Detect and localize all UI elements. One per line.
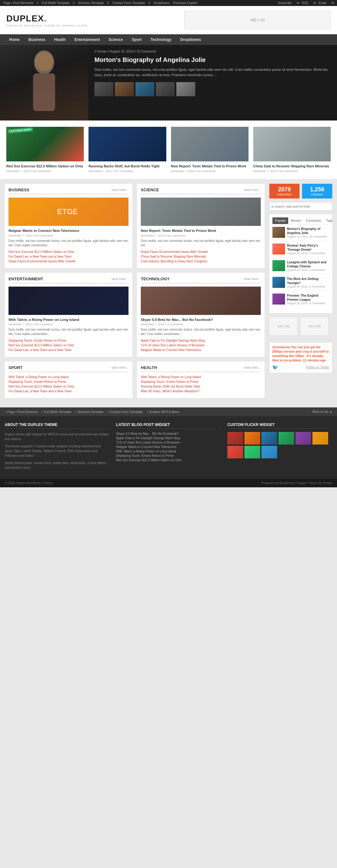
nav-link-technology[interactable]: Technology bbox=[146, 34, 176, 45]
nav-link-science[interactable]: Science bbox=[104, 34, 127, 45]
subscribe-link[interactable]: Subscribe bbox=[278, 1, 292, 5]
business-view-more[interactable]: view more... bbox=[112, 188, 129, 192]
topbar-link-7[interactable]: Contact Form Template bbox=[112, 1, 145, 5]
featured-thumb-5[interactable] bbox=[176, 82, 195, 96]
topbar-link-5[interactable]: Archives Template bbox=[78, 1, 104, 5]
topbar-link-1[interactable]: Page / Post Elements bbox=[3, 1, 33, 5]
search-input[interactable] bbox=[272, 205, 330, 208]
footer-blog-link-3[interactable]: 71% of Users Run Latest Version of Brows… bbox=[116, 441, 221, 444]
nav-link-dropdowns[interactable]: Dropdowns bbox=[176, 34, 205, 45]
nav-item-sport[interactable]: Sport bbox=[127, 34, 146, 45]
entertainment-link-3[interactable]: For David Lee, a New Team and a New Town bbox=[8, 348, 129, 352]
health-link-2[interactable]: Displaying Touch, Knicks Return to Prime bbox=[141, 380, 261, 383]
science-link-1[interactable]: Dubai Faces Environmental Issues After G… bbox=[141, 250, 261, 254]
nav-link-sport[interactable]: Sport bbox=[127, 34, 146, 45]
flickr-thumb-2[interactable] bbox=[245, 432, 260, 444]
tab-recent[interactable]: Recent bbox=[288, 217, 303, 224]
science-article-title[interactable]: New Report: Toxic Metals Tied to Prison … bbox=[141, 228, 261, 233]
featured-thumb-4[interactable] bbox=[156, 82, 175, 96]
entertainment-link-1[interactable]: Displaying Touch, Knicks Return to Prime bbox=[8, 339, 129, 342]
nav-link-business[interactable]: Business bbox=[24, 34, 50, 45]
science-link-3[interactable]: Coal Industry Spending to Sway Next Cong… bbox=[141, 259, 261, 263]
footer-blog-link-6[interactable]: Displaying Touch, Knicks Return to Prime bbox=[116, 454, 221, 458]
footer-blog-link-7[interactable]: Red Sox Exercise $12.5 Million Option on… bbox=[116, 458, 221, 462]
health-link-4[interactable]: After 90 Years, What's Another Marathon? bbox=[141, 390, 261, 393]
entertainment-link-2[interactable]: Red Sox Exercise $12.5 Million Option on… bbox=[8, 344, 129, 347]
flickr-thumb-5[interactable] bbox=[296, 432, 311, 444]
science-link-2[interactable]: China Said to Resume Shipping Rare Miner… bbox=[141, 255, 261, 258]
topbar-link-4[interactable]: // bbox=[73, 1, 76, 5]
nav-link-entertainment[interactable]: Entertainment bbox=[70, 34, 104, 45]
email-link[interactable]: Email bbox=[318, 1, 326, 5]
technology-article-title[interactable]: Skype 5.0 Beta for Mac... But No Faceboo… bbox=[141, 317, 261, 322]
topbar-link-3[interactable]: Full Width Template bbox=[42, 1, 69, 5]
twitter-username[interactable]: @ravisarma bbox=[272, 345, 290, 349]
news-title-2[interactable]: Running Backs Shift, but Bond Holds Tigh… bbox=[88, 164, 166, 168]
nav-item-technology[interactable]: Technology bbox=[146, 34, 176, 45]
ad-square-1[interactable]: 125 x 125 bbox=[269, 317, 298, 336]
footer-nav-link-3[interactable]: Archives Template bbox=[78, 410, 104, 414]
entertainment-view-more[interactable]: view more... bbox=[112, 277, 129, 281]
tab-comments[interactable]: Comments bbox=[303, 217, 324, 224]
sport-link-4[interactable]: For David Lee, a New Team and a New Town bbox=[8, 390, 129, 393]
nav-item-entertainment[interactable]: Entertainment bbox=[70, 34, 104, 45]
popular-title-4[interactable]: The Mets Are Getting Younger! bbox=[287, 277, 329, 285]
footer-blog-link-2[interactable]: Apple Fails to Fix Daylight Savings Alar… bbox=[116, 436, 221, 440]
business-article-title[interactable]: Netgear Wants to Connect New Televisions bbox=[8, 228, 129, 233]
flickr-thumb-7[interactable] bbox=[227, 446, 243, 458]
news-title-4[interactable]: China Said to Resume Shipping Rare Miner… bbox=[253, 164, 331, 168]
nav-item-home[interactable]: Home bbox=[5, 34, 24, 45]
flickr-thumb-6[interactable] bbox=[312, 432, 328, 444]
flickr-thumb-4[interactable] bbox=[278, 432, 294, 444]
topbar-link-purchase[interactable]: Purchase Duplex! bbox=[173, 1, 198, 5]
topbar-link-2[interactable]: // bbox=[37, 1, 39, 5]
sport-view-more[interactable]: view more... bbox=[112, 366, 129, 369]
nav-item-dropdowns[interactable]: Dropdowns bbox=[176, 34, 205, 45]
sport-link-1[interactable]: With Talent, a Rising Power on Long Isla… bbox=[8, 375, 129, 379]
topbar-link-8[interactable]: // bbox=[148, 1, 151, 5]
back-to-top[interactable]: Back to top ▲ bbox=[312, 410, 332, 413]
nav-item-business[interactable]: Business bbox=[24, 34, 50, 45]
technology-link-2[interactable]: 71% of Users Run Latest Version of Brows… bbox=[141, 344, 261, 347]
footer-blog-link-4[interactable]: Netgear Wants to Connect New Televisions bbox=[116, 445, 221, 448]
footer-blog-link-5[interactable]: With Talent, a Rising Power on Long Isla… bbox=[116, 450, 221, 453]
nav-link-health[interactable]: Health bbox=[50, 34, 70, 45]
footer-nav-link-5[interactable]: Another WP3.0 Menu bbox=[149, 410, 179, 414]
twitter-follow-link[interactable]: Follow on Twitter bbox=[306, 366, 330, 369]
featured-thumb-2[interactable] bbox=[115, 82, 134, 96]
footer-nav-link-4[interactable]: Contact Form Template bbox=[110, 410, 143, 414]
entertainment-article-title[interactable]: With Talent, a Rising Power on Long Isla… bbox=[8, 317, 129, 322]
science-view-more[interactable]: view more... bbox=[244, 188, 261, 192]
twitter-box[interactable]: 1,258 Followers bbox=[302, 184, 332, 198]
health-view-more[interactable]: view more... bbox=[244, 366, 261, 369]
popular-title-2[interactable]: Review: Katy Perry's 'Teenage Dream' bbox=[287, 244, 329, 252]
popular-title-1[interactable]: Morton's Biography of Angelina Jolie bbox=[287, 227, 329, 235]
nav-item-science[interactable]: Science bbox=[104, 34, 127, 45]
flickr-thumb-9[interactable] bbox=[261, 446, 277, 458]
topbar-link-6[interactable]: // bbox=[107, 1, 110, 5]
tab-tags[interactable]: Tags bbox=[324, 217, 335, 224]
featured-thumb-1[interactable] bbox=[94, 82, 113, 96]
popular-title-5[interactable]: Preview: The English Premier League bbox=[287, 293, 329, 302]
news-title-1[interactable]: Red Sox Exercise $12.5 Million Option on… bbox=[6, 164, 84, 168]
featured-thumb-3[interactable] bbox=[135, 82, 154, 96]
business-link-3[interactable]: Dubai Faces Environmental Issues After G… bbox=[8, 259, 129, 263]
rss-link[interactable]: RSS bbox=[302, 1, 308, 5]
ad-square-2[interactable]: 125 x 125 bbox=[300, 317, 329, 336]
flickr-thumb-3[interactable] bbox=[261, 432, 277, 444]
business-link-2[interactable]: For David Lee, a New Team and a New Town bbox=[8, 255, 129, 258]
news-title-3[interactable]: New Report: Toxic Metals Tied to Prison … bbox=[171, 164, 249, 168]
rss-box[interactable]: 2079 Subscribers bbox=[269, 184, 300, 198]
footer-nav-link-2[interactable]: Full Width Template bbox=[44, 410, 72, 414]
flickr-thumb-8[interactable] bbox=[245, 446, 260, 458]
sport-link-3[interactable]: Red Sox Exercise $12.5 Million Option on… bbox=[8, 385, 129, 388]
footer-nav-link-1[interactable]: Page / Post Elements bbox=[7, 410, 37, 414]
health-link-1[interactable]: With Talent, a Rising Power on Long Isla… bbox=[141, 375, 261, 379]
technology-link-3[interactable]: Netgear Wants to Connect New Televisions bbox=[141, 348, 261, 352]
health-link-3[interactable]: Running Backs Shift, but Bond Holds Tigh… bbox=[141, 385, 261, 388]
technology-link-1[interactable]: Apple Fails to Fix Daylight Savings Alar… bbox=[141, 339, 261, 342]
technology-view-more[interactable]: view more... bbox=[244, 277, 261, 281]
topbar-link-9[interactable]: Dropdowns bbox=[154, 1, 170, 5]
business-link-1[interactable]: Red Sox Exercise $12.5 Million Option on… bbox=[8, 250, 129, 254]
flickr-thumb-1[interactable] bbox=[227, 432, 243, 444]
